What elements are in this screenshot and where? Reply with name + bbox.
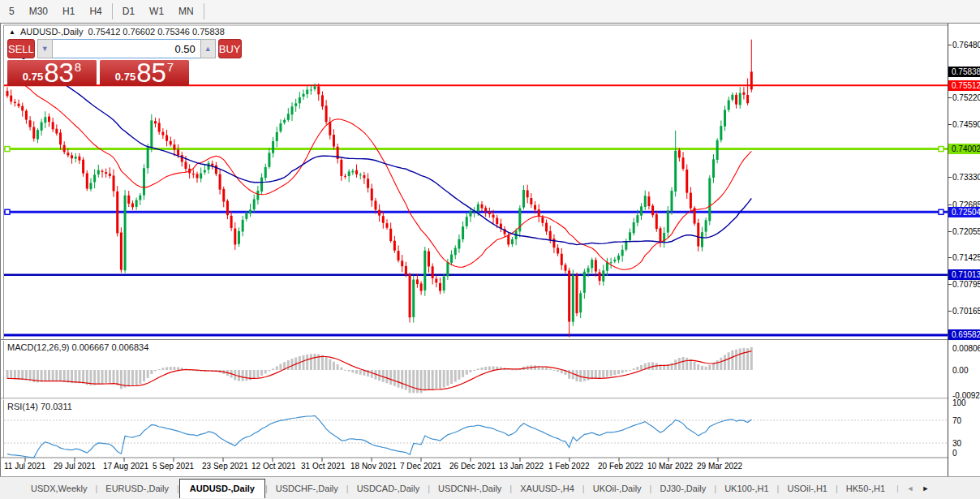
candle-body [469,211,471,216]
lot-decrease-icon[interactable]: ▼ [37,39,53,58]
timeframe-button-d1[interactable]: D1 [115,2,142,20]
candle-body [147,148,149,169]
timeframe-button-mn[interactable]: MN [171,2,201,20]
candle-body [18,104,20,106]
axis-tick-mark [948,124,952,125]
line-handle-marker[interactable] [5,209,10,214]
price-tick-label: 0.70165 [952,307,980,316]
candle-body [63,145,66,153]
tab-hk50-h1[interactable]: HK50-,H1 [838,480,893,497]
macd-histogram-bar [671,363,673,370]
tab-audusd-daily[interactable]: AUDUSD-,Daily [179,479,265,498]
candle-body [731,95,733,100]
candle-body [25,111,28,120]
timeframe-button-5[interactable]: 5 [2,2,22,20]
candle-body [651,206,654,216]
candle-body [386,223,389,228]
moving-average-20[interactable] [7,74,751,269]
line-handle-marker[interactable] [939,147,943,152]
macd-histogram-bar [484,367,487,370]
candle-body [321,95,324,106]
macd-histogram-bar [131,370,134,386]
macd-histogram-bar [606,370,608,376]
tab-eurusd-daily[interactable]: EURUSD-,Daily [97,480,177,497]
candle-body [291,106,294,114]
sell-button[interactable]: SELL [7,39,35,58]
candle-body [735,95,737,105]
price-axis[interactable]: 0.764800.752200.745900.733300.726850.720… [948,24,980,477]
horizontal-level-lines[interactable] [4,85,948,335]
lot-size-input[interactable] [53,39,200,58]
line-handle-marker[interactable] [5,147,10,152]
candle-body [496,218,498,225]
macd-histogram-bar [720,358,722,370]
macd-histogram-bar [120,370,122,389]
tab-usdchf-daily[interactable]: USDCHF-,Daily [268,480,346,497]
chart-canvas[interactable] [1,24,948,477]
candle-body [412,280,415,317]
candle-body [633,222,635,233]
macd-histogram-bar [272,368,274,370]
macd-indicator [6,347,753,394]
macd-histogram-bar [351,370,354,372]
macd-histogram-bar [466,370,468,375]
candle-body [32,127,35,139]
tab-dj30-daily[interactable]: DJ30-,Daily [651,480,714,497]
sell-price-display[interactable]: 0.75 83 8 [7,59,97,86]
macd-histogram-bar [488,367,491,370]
candle-body [249,209,251,213]
candle-body [317,86,320,94]
price-tick-label: 0.74590 [952,120,980,129]
candle-body [481,204,484,209]
lot-increase-icon[interactable]: ▲ [200,39,216,58]
macd-histogram-bar [610,370,612,376]
candle-body [14,102,16,104]
macd-histogram-bar [545,368,548,370]
timeframe-button-h1[interactable]: H1 [55,2,82,20]
date-tick-label: 12 Oct 2021 [251,462,295,471]
candle-body [728,100,730,110]
tab-scroll-right-icon[interactable]: ► [922,484,929,493]
candle-body [75,157,77,159]
macd-histogram-bar [708,365,711,370]
line-handle-marker[interactable] [939,209,943,214]
date-tick-label: 13 Jan 2022 [499,462,544,471]
macd-histogram-bar [469,370,471,372]
candle-body [67,153,69,155]
tab-xauusd-h4[interactable]: XAUUSD-,H4 [512,480,582,497]
macd-histogram-bar [242,370,244,381]
buy-button[interactable]: BUY [218,39,242,58]
tab-ukoil-daily[interactable]: UKOil-,Daily [585,480,650,497]
macd-histogram-bar [678,358,681,370]
candle-body [371,188,373,200]
tab-scroll-left-icon[interactable]: ◄ [906,484,913,493]
tab-uk100-h1[interactable]: UK100-,H1 [716,480,776,497]
tab-usdcnh-daily[interactable]: USDCNH-,Daily [430,480,509,497]
tab-usoil-h1[interactable]: USOil-,H1 [779,480,836,497]
candle-body [59,132,62,144]
timeframe-button-m30[interactable]: M30 [22,2,55,20]
collapse-triangle-icon[interactable]: ▲ [9,28,15,36]
tab-usdcad-daily[interactable]: USDCAD-,Daily [349,480,428,497]
macd-histogram-bar [287,360,290,370]
timeframe-button-h4[interactable]: H4 [82,2,109,20]
macd-histogram-bar [640,365,643,370]
candle-body [625,241,627,249]
timeframe-button-w1[interactable]: W1 [142,2,171,20]
macd-histogram-bar [333,362,335,370]
candle-body [306,90,308,95]
candle-body [454,248,457,256]
tab-usdx-weekly[interactable]: USDX,Weekly [23,480,95,497]
candle-body [89,183,92,189]
candle-body [409,274,411,317]
candle-body [363,175,365,178]
candle-body [708,178,711,221]
price-badge-071013: 0.71013 [948,269,980,280]
candle-body [389,229,392,241]
buy-price-display[interactable]: 0.75 85 7 [100,59,189,86]
candle-body [492,215,495,218]
macd-histogram-bar [78,370,80,383]
macd-histogram-bar [75,370,77,383]
candle-body [139,196,141,200]
price-tick-label: 0.72055 [952,227,980,236]
